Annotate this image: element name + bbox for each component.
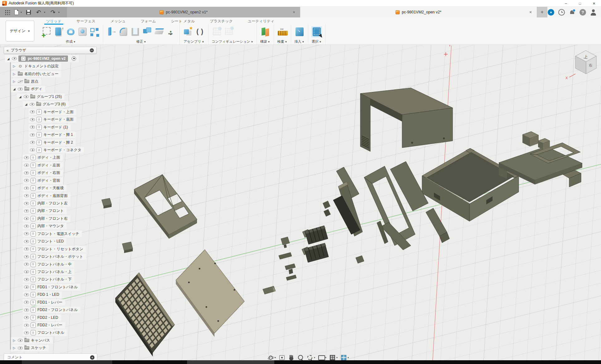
press-pull-button[interactable] (106, 26, 117, 37)
revolve-button[interactable] (65, 26, 76, 37)
visibility-eye-icon[interactable] (12, 57, 17, 60)
offset-face-button[interactable] (154, 26, 164, 37)
visibility-eye-icon[interactable] (30, 148, 35, 151)
visibility-eye-icon[interactable] (30, 118, 35, 121)
orbit-tool[interactable] (267, 354, 276, 361)
visibility-eye-icon[interactable] (30, 110, 35, 113)
expand-node-icon[interactable] (12, 65, 16, 68)
visibility-eye-icon[interactable] (24, 309, 29, 312)
browser-tree-row[interactable]: キーボード・底面 (4, 116, 86, 123)
toolbar-group-label[interactable]: 作成▼ (42, 39, 100, 45)
visibility-eye-icon[interactable] (18, 347, 23, 350)
browser-tree-row[interactable]: フロントパネル・下 (4, 276, 86, 283)
browser-tree-row[interactable]: ボディ・左面 (4, 161, 86, 169)
browser-tree-row[interactable]: ボディ (4, 85, 86, 93)
display-tool[interactable] (318, 354, 326, 361)
file-menu-icon[interactable] (14, 9, 19, 15)
configuration-table-button[interactable] (212, 26, 222, 37)
document-tab-2[interactable]: pc-9801VM2_open v2* (300, 7, 537, 17)
visibility-eye-icon[interactable] (18, 339, 23, 342)
browser-tree-row[interactable]: FDD1・レバー (4, 299, 86, 306)
collapse-node-icon[interactable] (12, 87, 16, 91)
fit-tool[interactable] (307, 354, 315, 361)
ribbon-tab-メッシュ[interactable]: メッシュ (110, 19, 126, 24)
visibility-eye-icon[interactable] (30, 141, 35, 144)
toolbar-group-label[interactable]: コンフィギュレーション▼ (212, 39, 253, 45)
visibility-eye-icon[interactable] (24, 217, 29, 220)
toolbar-group-label[interactable]: 選択▼ (311, 39, 322, 45)
browser-tree-row[interactable]: ボディ・背面 (4, 177, 86, 184)
browser-tree-row[interactable]: フロントパネル・ポケット (4, 253, 86, 260)
browser-tree-row[interactable]: グループ3 (6) (4, 101, 86, 108)
browser-tree-row[interactable]: ボディ・右面 (4, 169, 86, 177)
viewports-tool[interactable] (340, 354, 349, 361)
hole-button[interactable] (77, 26, 88, 37)
browser-tree-row[interactable]: 内部・マウンタ (4, 223, 86, 230)
visibility-eye-icon[interactable] (24, 293, 29, 296)
move-copy-button[interactable] (166, 26, 176, 37)
ribbon-tab-シート メタル[interactable]: シート メタル (170, 19, 195, 24)
expand-node-icon[interactable] (12, 339, 16, 342)
visibility-eye-icon[interactable] (18, 80, 23, 83)
close-tab-icon[interactable] (528, 10, 533, 15)
browser-tree-row[interactable]: 内部・フロント左 (4, 199, 86, 207)
redo-icon[interactable] (50, 9, 56, 16)
visibility-eye-icon[interactable] (24, 225, 29, 228)
undo-icon[interactable] (35, 9, 42, 16)
browser-tree-row[interactable]: キーボード (1) (4, 123, 86, 131)
browser-tree-row[interactable]: フロントパネル (4, 329, 86, 337)
help-icon[interactable] (579, 9, 586, 16)
joint-button[interactable] (195, 26, 205, 37)
chevron-down-icon[interactable] (336, 356, 338, 359)
activate-component-radio[interactable] (72, 56, 76, 61)
app-launcher-icon[interactable] (4, 9, 10, 15)
browser-tree-row[interactable]: FDD1・フロントパネル (4, 283, 86, 291)
visibility-eye-icon[interactable] (24, 331, 29, 334)
create-sketch-button[interactable] (42, 26, 52, 37)
combine-button[interactable] (142, 26, 152, 37)
ribbon-tab-プラスチック[interactable]: プラスチック (209, 19, 233, 24)
visibility-eye-icon[interactable] (24, 209, 29, 213)
browser-tree-row[interactable]: ボディ・天板後 (4, 184, 86, 192)
collapse-node-icon[interactable] (6, 57, 10, 60)
minimize-button[interactable] (559, 0, 573, 7)
visibility-eye-icon[interactable] (30, 133, 35, 136)
zoom-tool[interactable] (297, 354, 304, 361)
rectangular-pattern-button[interactable] (89, 26, 100, 37)
redo-caret-icon[interactable]: ▾ (58, 11, 60, 14)
close-window-button[interactable] (587, 0, 601, 7)
visibility-eye-icon[interactable] (24, 95, 29, 98)
browser-tree-row[interactable]: 内部・フロント右 (4, 215, 86, 222)
visibility-eye-icon[interactable] (24, 164, 29, 167)
visibility-eye-icon[interactable] (30, 103, 35, 106)
browser-tree-row[interactable]: フロント・リセットボタン (4, 245, 86, 253)
save-icon[interactable] (26, 10, 31, 15)
ribbon-tab-サーフェス[interactable]: サーフェス (76, 19, 96, 24)
browser-tree-row[interactable]: FDD2・フロントパネル (4, 306, 86, 314)
browser-tree-row[interactable]: ボディ・上面 (4, 154, 86, 161)
user-avatar[interactable] (590, 9, 597, 16)
extrude-button[interactable] (54, 26, 64, 37)
browser-tree-row[interactable]: グループ1 (25) (4, 93, 86, 100)
browser-tree-row[interactable]: pc-9801VM2_open v2 (4, 55, 86, 62)
construction-plane-button[interactable] (260, 26, 271, 37)
visibility-eye-icon[interactable] (24, 301, 29, 304)
visibility-eye-icon[interactable] (30, 126, 35, 129)
close-tab-icon[interactable] (291, 10, 296, 15)
browser-panel-header[interactable]: ブラウザ (4, 47, 97, 54)
insert-button[interactable] (294, 26, 305, 37)
insert-configuration-button[interactable] (224, 26, 234, 37)
browser-tree-row[interactable]: ドキュメントの設定 (4, 62, 86, 70)
collapse-node-icon[interactable] (24, 103, 28, 106)
maximize-button[interactable] (573, 0, 587, 7)
toolbar-group-label[interactable]: 検査▼ (277, 39, 288, 45)
visibility-eye-icon[interactable] (24, 263, 29, 266)
browser-tree-row[interactable]: フロント・LED (4, 238, 86, 245)
lookat-tool[interactable] (279, 354, 285, 361)
browser-tree-row[interactable]: スケッチ (4, 344, 86, 352)
visibility-eye-icon[interactable] (24, 156, 29, 159)
browser-tree-row[interactable]: フロントパネル・上 (4, 268, 86, 275)
browser-tree-row[interactable]: FDD2・レバー (4, 321, 86, 329)
extensions-icon[interactable] (548, 9, 554, 16)
browser-tree-row[interactable]: キーボード・コネクタ (4, 146, 86, 154)
